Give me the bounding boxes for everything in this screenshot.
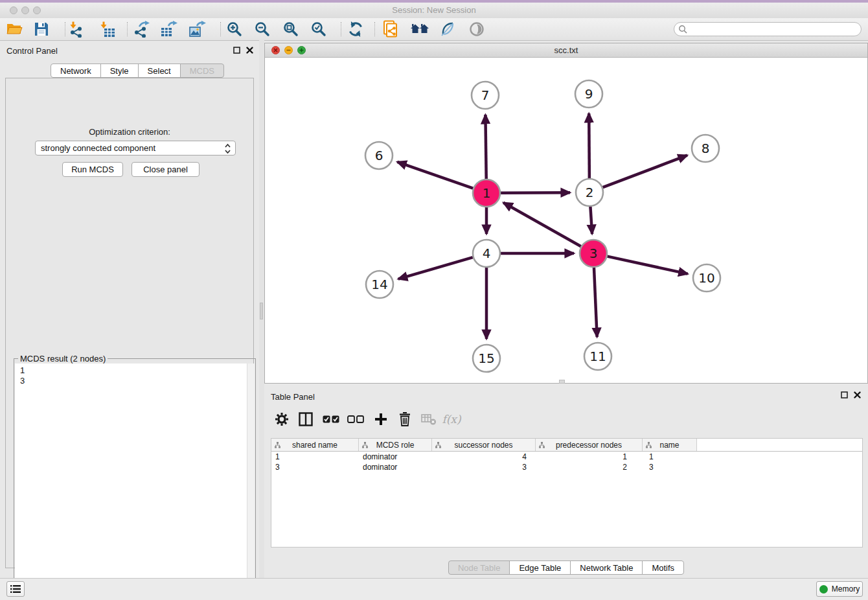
optimization-criterion-label: Optimization criterion: [6, 127, 253, 137]
column-header-label: predecessor nodes [556, 441, 622, 450]
graph-edge-1-6[interactable] [397, 162, 473, 189]
status-bar: Memory [0, 578, 868, 600]
network-canvas[interactable]: 7968124314101511 [265, 58, 867, 383]
result-scrollbar[interactable] [247, 363, 255, 600]
column-type-icon [362, 441, 368, 450]
first-neighbors-icon[interactable] [410, 20, 429, 38]
column-header-shared-name[interactable]: shared name [271, 439, 359, 451]
mcds-result-item[interactable]: 1 [20, 365, 247, 376]
control-panel-title: Control Panel [6, 46, 58, 56]
graph-edge-2-8[interactable] [603, 156, 687, 188]
table-row[interactable]: 3dominator323 [271, 462, 862, 472]
zoom-fit-icon[interactable] [281, 20, 301, 38]
tab-select[interactable]: Select [138, 63, 181, 78]
column-header-predecessor-nodes[interactable]: predecessor nodes [536, 439, 643, 451]
graph-node-8[interactable]: 8 [692, 135, 719, 162]
column-header-MCDS-role[interactable]: MCDS role [359, 439, 432, 451]
mcds-result-item[interactable]: 3 [20, 376, 247, 386]
optimization-criterion-select[interactable]: strongly connected component [35, 141, 236, 156]
function-builder-icon[interactable]: f(x) [440, 410, 463, 429]
graph-node-2[interactable]: 2 [576, 179, 603, 206]
add-column-icon[interactable] [370, 410, 392, 429]
tab-network[interactable]: Network [51, 63, 101, 78]
close-panel-icon[interactable] [245, 45, 254, 54]
memory-label: Memory [832, 584, 860, 594]
mcds-result-list[interactable]: 13 [15, 363, 247, 600]
graph-node-1[interactable]: 1 [473, 179, 500, 207]
column-header-label: successor nodes [454, 441, 512, 450]
tab-motifs[interactable]: Motifs [642, 560, 684, 575]
import-table-icon[interactable] [97, 20, 117, 38]
network-graph[interactable]: 7968124314101511 [265, 58, 867, 383]
graph-node-10[interactable]: 10 [693, 264, 720, 292]
chevron-up-down-icon [224, 143, 231, 156]
open-file-icon[interactable] [5, 20, 24, 38]
zoom-selected-icon[interactable] [309, 20, 328, 38]
export-image-icon[interactable] [188, 20, 207, 38]
search-input[interactable] [688, 24, 852, 34]
refresh-view-icon[interactable] [346, 20, 365, 38]
tab-network-table[interactable]: Network Table [570, 560, 643, 575]
graph-edge-2-3[interactable] [590, 207, 592, 234]
export-network-icon[interactable] [131, 20, 151, 38]
memory-button[interactable]: Memory [816, 581, 863, 597]
import-network-icon[interactable] [67, 20, 86, 38]
table-panel: Table Panel f(x) [264, 386, 868, 578]
graph-edge-3-11[interactable] [594, 268, 597, 337]
tab-edge-table[interactable]: Edge Table [509, 560, 571, 575]
float-table-panel-icon[interactable] [839, 390, 849, 399]
graph-edge-2-9[interactable] [589, 113, 589, 178]
table-settings-icon[interactable] [271, 410, 293, 429]
export-table-icon[interactable] [159, 20, 179, 38]
deselect-all-icon[interactable] [345, 410, 367, 429]
graph-edge-4-14[interactable] [398, 257, 473, 279]
graph-edge-1-2[interactable] [501, 192, 570, 193]
tab-style[interactable]: Style [100, 63, 139, 78]
tab-node-table[interactable]: Node Table [448, 560, 510, 575]
network-view-window: scc.txt 7968124314101511 [264, 43, 868, 384]
graph-node-15[interactable]: 15 [473, 345, 500, 372]
task-history-button[interactable] [6, 581, 25, 597]
column-header-label: MCDS role [376, 441, 415, 450]
graph-edge-3-10[interactable] [607, 257, 687, 274]
show-details-icon[interactable] [467, 20, 486, 38]
column-header-label: shared name [292, 441, 337, 450]
hide-details-icon[interactable] [438, 20, 457, 38]
vertical-splitter[interactable] [259, 40, 264, 578]
graph-node-9[interactable]: 9 [575, 80, 602, 108]
svg-text:7: 7 [481, 87, 490, 103]
splitter-handle[interactable] [260, 303, 263, 319]
select-all-icon[interactable] [320, 410, 342, 429]
column-header-successor-nodes[interactable]: successor nodes [432, 439, 536, 451]
zoom-out-icon[interactable] [253, 20, 272, 38]
graph-node-14[interactable]: 14 [366, 271, 393, 298]
graph-node-11[interactable]: 11 [584, 343, 611, 370]
table-row[interactable]: 1dominator411 [271, 452, 862, 462]
graph-edge-3-1[interactable] [503, 203, 581, 246]
table-panel-title: Table Panel [271, 392, 315, 402]
column-header-name[interactable]: name [643, 439, 697, 451]
tab-mcds[interactable]: MCDS [180, 63, 224, 78]
zoom-in-icon[interactable] [225, 20, 244, 38]
graph-edge-1-7[interactable] [485, 115, 486, 179]
graph-node-7[interactable]: 7 [472, 82, 499, 109]
column-visibility-icon[interactable] [295, 410, 317, 429]
svg-text:2: 2 [586, 185, 594, 200]
selected-option-label: strongly connected component [41, 143, 155, 153]
run-mcds-button[interactable]: Run MCDS [62, 162, 123, 177]
svg-text:15: 15 [478, 351, 494, 366]
float-panel-icon[interactable] [232, 45, 241, 54]
search-icon [678, 25, 688, 34]
clone-network-icon[interactable] [382, 20, 401, 38]
graph-node-3[interactable]: 3 [580, 240, 607, 267]
mcds-result-group: MCDS result (2 nodes) 13 [14, 358, 256, 600]
close-table-panel-icon[interactable] [852, 390, 862, 399]
graph-node-6[interactable]: 6 [365, 142, 393, 169]
network-resize-handle[interactable] [559, 380, 565, 384]
close-panel-button[interactable]: Close panel [131, 162, 200, 177]
save-session-icon[interactable] [32, 20, 51, 38]
delete-table-icon[interactable] [418, 410, 440, 429]
graph-node-4[interactable]: 4 [473, 240, 500, 267]
search-field[interactable] [674, 22, 862, 36]
delete-column-icon[interactable] [394, 410, 416, 429]
